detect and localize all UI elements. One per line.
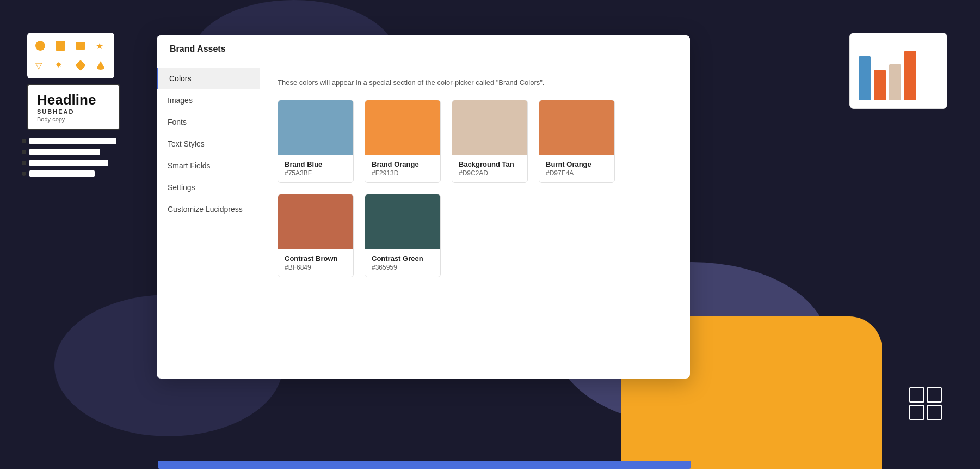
- color-info-3: Burnt Orange #D97E4A: [539, 155, 614, 182]
- chart-bar-orange2: [904, 51, 916, 100]
- color-swatch-0: [278, 100, 353, 155]
- color-name-5: Contrast Green: [372, 254, 434, 263]
- color-name-0: Brand Blue: [285, 160, 347, 168]
- list-bar: [29, 149, 100, 155]
- color-hex-1: #F2913D: [372, 169, 434, 177]
- panel-body: Colors Images Fonts Text Styles Smart Fi…: [157, 63, 690, 379]
- color-card-5[interactable]: Contrast Green #365959: [365, 194, 441, 277]
- list-dot: [22, 172, 26, 176]
- icon-cell-star: ★: [93, 38, 108, 53]
- list-line-4: [22, 170, 131, 177]
- sidebar-item-smart-fields[interactable]: Smart Fields: [157, 155, 260, 176]
- color-card-2[interactable]: Background Tan #D9C2AD: [452, 100, 528, 183]
- main-panel: Brand Assets Colors Images Fonts Text St…: [157, 35, 690, 379]
- headline-box: Headline SUBHEAD Body copy: [27, 84, 120, 130]
- colors-grid: Brand Blue #75A3BF Brand Orange #F2913D …: [278, 100, 673, 277]
- color-hex-3: #D97E4A: [546, 169, 608, 177]
- color-card-1[interactable]: Brand Orange #F2913D: [365, 100, 441, 183]
- color-name-1: Brand Orange: [372, 160, 434, 168]
- color-info-1: Brand Orange #F2913D: [365, 155, 440, 182]
- body-text: Body copy: [37, 116, 110, 123]
- color-card-3[interactable]: Burnt Orange #D97E4A: [539, 100, 615, 183]
- sidebar: Colors Images Fonts Text Styles Smart Fi…: [157, 63, 260, 379]
- sidebar-item-fonts[interactable]: Fonts: [157, 111, 260, 133]
- icon-cell-circle: [33, 38, 48, 53]
- color-swatch-1: [365, 100, 440, 155]
- color-swatch-3: [539, 100, 614, 155]
- color-hex-2: #D9C2AD: [459, 169, 521, 177]
- chart-bar-group: [904, 51, 916, 100]
- chart-bar-group: [874, 70, 886, 100]
- grid-cell-4: [927, 405, 942, 420]
- icon-cell-rect: [73, 38, 88, 53]
- bg-blue-accent: [158, 461, 691, 469]
- color-swatch-4: [278, 194, 353, 249]
- color-hex-5: #365959: [372, 264, 434, 271]
- color-hex-4: #BF6849: [285, 264, 347, 271]
- color-info-5: Contrast Green #365959: [365, 249, 440, 277]
- icon-cell-diamond: [73, 58, 88, 73]
- grid-cell-3: [909, 405, 924, 420]
- color-swatch-5: [365, 194, 440, 249]
- subhead-text: SUBHEAD: [37, 108, 110, 115]
- chart-bar-tan: [889, 64, 901, 100]
- content-area: These colors will appear in a special se…: [260, 63, 690, 379]
- icon-grid: ★ ▽ ✸: [27, 33, 114, 78]
- grid-cell-1: [909, 387, 924, 403]
- color-info-0: Brand Blue #75A3BF: [278, 155, 353, 182]
- sidebar-item-settings[interactable]: Settings: [157, 176, 260, 198]
- grid-icon-decoration: [909, 387, 942, 420]
- color-card-0[interactable]: Brand Blue #75A3BF: [278, 100, 354, 183]
- list-dot: [22, 139, 26, 143]
- list-line-2: [22, 149, 131, 155]
- list-bar: [29, 160, 108, 166]
- headline-text: Headline: [37, 92, 110, 108]
- chart-bar-blue: [859, 56, 871, 100]
- list-lines: [22, 138, 131, 177]
- list-line-3: [22, 160, 131, 166]
- grid-cell-2: [927, 387, 942, 403]
- list-dot: [22, 150, 26, 154]
- panel-title: Brand Assets: [170, 44, 226, 53]
- right-bar-chart: [849, 33, 947, 109]
- color-name-3: Burnt Orange: [546, 160, 608, 168]
- color-info-4: Contrast Brown #BF6849: [278, 249, 353, 277]
- icon-cell-triangle: [93, 58, 108, 73]
- color-hex-0: #75A3BF: [285, 169, 347, 177]
- sidebar-item-colors[interactable]: Colors: [157, 68, 260, 89]
- sidebar-item-customize[interactable]: Customize Lucidpress: [157, 198, 260, 220]
- color-name-4: Contrast Brown: [285, 254, 347, 263]
- icon-cell-burst: ✸: [53, 58, 68, 73]
- list-dot: [22, 161, 26, 165]
- color-name-2: Background Tan: [459, 160, 521, 168]
- icon-cell-square: [53, 38, 68, 53]
- color-swatch-2: [452, 100, 527, 155]
- sidebar-item-images[interactable]: Images: [157, 89, 260, 111]
- panel-header: Brand Assets: [157, 35, 690, 63]
- sidebar-item-text-styles[interactable]: Text Styles: [157, 133, 260, 155]
- chart-bar-group: [859, 56, 871, 100]
- content-description: These colors will appear in a special se…: [278, 78, 673, 87]
- list-bar: [29, 138, 116, 144]
- color-info-2: Background Tan #D9C2AD: [452, 155, 527, 182]
- left-decorative-panel: ★ ▽ ✸ Headline SUBHEAD Body copy: [16, 33, 147, 181]
- list-line-1: [22, 138, 131, 144]
- color-card-4[interactable]: Contrast Brown #BF6849: [278, 194, 354, 277]
- icon-cell-cup: ▽: [33, 58, 48, 73]
- list-bar: [29, 170, 95, 177]
- chart-bar-orange1: [874, 70, 886, 100]
- chart-bar-group: [889, 64, 901, 100]
